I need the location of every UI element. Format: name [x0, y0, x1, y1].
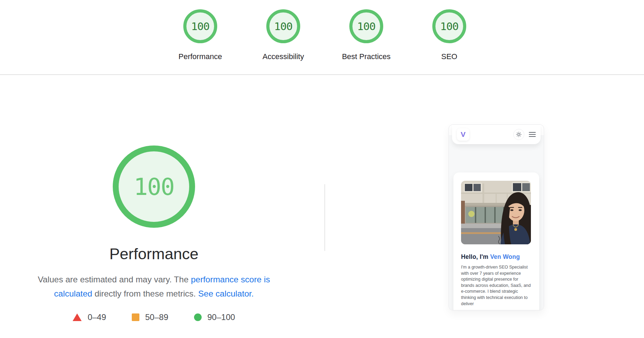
hero-bio-text: I'm a growth-driven SEO Specialist with …	[461, 264, 532, 307]
performance-score: 100	[191, 20, 210, 32]
summary-gauge-best-practices[interactable]: 100 Best Practices	[325, 9, 408, 61]
summary-gauge-accessibility[interactable]: 100 Accessibility	[242, 9, 325, 61]
score-legend: 0–49 50–89 90–100	[0, 312, 308, 322]
summary-gauge-performance[interactable]: 100 Performance	[159, 9, 242, 61]
legend-item-fail: 0–49	[73, 312, 106, 322]
average-range-label: 50–89	[145, 312, 168, 322]
legend-item-pass: 90–100	[194, 312, 235, 322]
page-title: Performance	[0, 245, 308, 263]
best-practices-gauge-label: Best Practices	[325, 52, 408, 61]
page-screenshot-preview: V	[449, 124, 544, 310]
best-practices-score: 100	[357, 20, 376, 32]
score-description: Values are estimated and may vary. The p…	[31, 273, 277, 301]
hero-greeting: Hello, I'm	[461, 253, 490, 260]
hero-heading: Hello, I'm Ven Wong	[461, 253, 532, 261]
profile-photo	[461, 181, 531, 244]
site-logo-letter: V	[461, 130, 466, 139]
performance-detail-gauge: 100	[113, 145, 195, 228]
accessibility-gauge-ring: 100	[266, 9, 300, 43]
preview-nav-actions	[513, 129, 536, 140]
profile-card: Hello, I'm Ven Wong I'm a growth-driven …	[453, 172, 539, 310]
fail-triangle-icon	[73, 313, 82, 321]
see-calculator-link[interactable]: See calculator.	[198, 289, 254, 298]
fail-range-label: 0–49	[88, 312, 106, 322]
legend-item-average: 50–89	[132, 312, 168, 322]
menu-hamburger-icon	[529, 132, 536, 137]
best-practices-gauge-ring: 100	[349, 9, 383, 43]
description-text-2: directly from these metrics.	[92, 289, 198, 298]
site-logo: V	[457, 128, 469, 141]
theme-toggle-sun-icon	[513, 129, 524, 140]
accessibility-score: 100	[274, 20, 293, 32]
preview-navbar: V	[452, 125, 541, 144]
performance-gauge-label: Performance	[159, 52, 242, 61]
average-square-icon	[132, 313, 139, 321]
seo-score: 100	[440, 20, 459, 32]
performance-detail-score: 100	[134, 173, 174, 200]
vertical-divider	[324, 184, 325, 251]
header-divider	[0, 74, 644, 75]
description-text-1: Values are estimated and may vary. The	[38, 275, 191, 284]
pass-circle-icon	[194, 313, 202, 321]
summary-gauge-seo[interactable]: 100 SEO	[408, 9, 491, 61]
seo-gauge-label: SEO	[408, 52, 491, 61]
seo-gauge-ring: 100	[432, 9, 466, 43]
performance-gauge-ring: 100	[183, 9, 217, 43]
hero-name: Ven Wong	[490, 253, 520, 260]
accessibility-gauge-label: Accessibility	[242, 52, 325, 61]
pass-range-label: 90–100	[208, 312, 235, 322]
score-summary-row: 100 Performance 100 Accessibility 100 Be…	[3, 9, 644, 61]
